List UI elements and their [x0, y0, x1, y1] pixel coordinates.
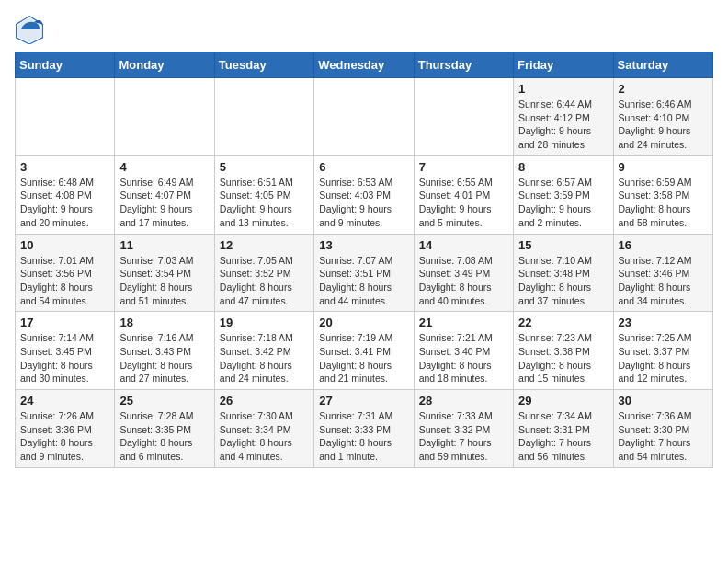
- day-number: 24: [20, 394, 109, 408]
- header-monday: Monday: [115, 52, 214, 78]
- day-number: 7: [419, 160, 508, 174]
- day-cell: [314, 78, 414, 156]
- day-info: Sunrise: 7:07 AM Sunset: 3:51 PM Dayligh…: [319, 254, 408, 308]
- day-cell: 18Sunrise: 7:16 AM Sunset: 3:43 PM Dayli…: [115, 312, 214, 390]
- day-info: Sunrise: 7:33 AM Sunset: 3:32 PM Dayligh…: [419, 409, 508, 464]
- day-cell: 11Sunrise: 7:03 AM Sunset: 3:54 PM Dayli…: [115, 234, 214, 312]
- day-number: 5: [220, 160, 309, 174]
- day-info: Sunrise: 7:05 AM Sunset: 3:52 PM Dayligh…: [220, 254, 309, 308]
- day-number: 1: [518, 82, 608, 96]
- day-info: Sunrise: 7:28 AM Sunset: 3:35 PM Dayligh…: [119, 409, 209, 464]
- header-sunday: Sunday: [16, 52, 115, 78]
- day-info: Sunrise: 6:44 AM Sunset: 4:12 PM Dayligh…: [518, 98, 608, 152]
- day-cell: 14Sunrise: 7:08 AM Sunset: 3:49 PM Dayli…: [414, 234, 513, 312]
- week-row-1: 1Sunrise: 6:44 AM Sunset: 4:12 PM Daylig…: [16, 78, 713, 156]
- day-info: Sunrise: 7:23 AM Sunset: 3:38 PM Dayligh…: [518, 331, 608, 385]
- calendar-table: SundayMondayTuesdayWednesdayThursdayFrid…: [15, 52, 713, 468]
- day-info: Sunrise: 6:46 AM Sunset: 4:10 PM Dayligh…: [619, 98, 708, 152]
- day-cell: 8Sunrise: 6:57 AM Sunset: 3:59 PM Daylig…: [514, 155, 613, 234]
- day-number: 16: [619, 238, 708, 252]
- day-cell: 17Sunrise: 7:14 AM Sunset: 3:45 PM Dayli…: [16, 312, 115, 390]
- day-cell: 3Sunrise: 6:48 AM Sunset: 4:08 PM Daylig…: [16, 155, 115, 234]
- day-info: Sunrise: 7:03 AM Sunset: 3:54 PM Dayligh…: [119, 254, 209, 308]
- day-info: Sunrise: 6:55 AM Sunset: 4:01 PM Dayligh…: [419, 176, 508, 230]
- day-cell: [214, 78, 313, 156]
- day-number: 14: [419, 238, 508, 252]
- day-info: Sunrise: 6:59 AM Sunset: 3:58 PM Dayligh…: [619, 176, 708, 230]
- day-cell: 13Sunrise: 7:07 AM Sunset: 3:51 PM Dayli…: [314, 234, 414, 312]
- day-number: 6: [319, 160, 408, 174]
- day-number: 12: [220, 238, 309, 252]
- day-number: 21: [419, 316, 508, 329]
- header-wednesday: Wednesday: [314, 52, 414, 78]
- day-info: Sunrise: 6:51 AM Sunset: 4:05 PM Dayligh…: [220, 176, 309, 230]
- day-cell: 19Sunrise: 7:18 AM Sunset: 3:42 PM Dayli…: [214, 312, 313, 390]
- day-cell: 5Sunrise: 6:51 AM Sunset: 4:05 PM Daylig…: [214, 155, 313, 234]
- day-number: 23: [619, 316, 708, 329]
- header-tuesday: Tuesday: [214, 52, 313, 78]
- day-cell: 30Sunrise: 7:36 AM Sunset: 3:30 PM Dayli…: [613, 390, 712, 468]
- week-row-5: 24Sunrise: 7:26 AM Sunset: 3:36 PM Dayli…: [16, 390, 713, 468]
- day-cell: 10Sunrise: 7:01 AM Sunset: 3:56 PM Dayli…: [16, 234, 115, 312]
- day-number: 9: [619, 160, 708, 174]
- day-cell: 26Sunrise: 7:30 AM Sunset: 3:34 PM Dayli…: [214, 390, 313, 468]
- day-info: Sunrise: 7:08 AM Sunset: 3:49 PM Dayligh…: [419, 254, 508, 308]
- day-cell: 23Sunrise: 7:25 AM Sunset: 3:37 PM Dayli…: [613, 312, 712, 390]
- day-number: 25: [119, 394, 209, 408]
- day-cell: 1Sunrise: 6:44 AM Sunset: 4:12 PM Daylig…: [514, 78, 613, 156]
- day-info: Sunrise: 6:57 AM Sunset: 3:59 PM Dayligh…: [518, 176, 608, 230]
- day-cell: [414, 78, 513, 156]
- day-cell: 20Sunrise: 7:19 AM Sunset: 3:41 PM Dayli…: [314, 312, 414, 390]
- day-cell: 9Sunrise: 6:59 AM Sunset: 3:58 PM Daylig…: [613, 155, 712, 234]
- day-number: 28: [419, 394, 508, 408]
- day-info: Sunrise: 6:48 AM Sunset: 4:08 PM Dayligh…: [20, 176, 109, 230]
- day-number: 11: [119, 238, 209, 252]
- day-cell: 6Sunrise: 6:53 AM Sunset: 4:03 PM Daylig…: [314, 155, 414, 234]
- day-cell: 4Sunrise: 6:49 AM Sunset: 4:07 PM Daylig…: [115, 155, 214, 234]
- day-number: 30: [619, 394, 708, 408]
- day-info: Sunrise: 7:21 AM Sunset: 3:40 PM Dayligh…: [419, 331, 508, 385]
- header-thursday: Thursday: [414, 52, 513, 78]
- day-info: Sunrise: 7:31 AM Sunset: 3:33 PM Dayligh…: [319, 409, 408, 464]
- day-cell: 15Sunrise: 7:10 AM Sunset: 3:48 PM Dayli…: [514, 234, 613, 312]
- day-info: Sunrise: 6:53 AM Sunset: 4:03 PM Dayligh…: [319, 176, 408, 230]
- header-friday: Friday: [514, 52, 613, 78]
- day-info: Sunrise: 7:19 AM Sunset: 3:41 PM Dayligh…: [319, 331, 408, 385]
- day-info: Sunrise: 7:36 AM Sunset: 3:30 PM Dayligh…: [619, 409, 708, 464]
- calendar-header-row: SundayMondayTuesdayWednesdayThursdayFrid…: [16, 52, 713, 78]
- week-row-4: 17Sunrise: 7:14 AM Sunset: 3:45 PM Dayli…: [16, 312, 713, 390]
- day-number: 4: [119, 160, 209, 174]
- week-row-2: 3Sunrise: 6:48 AM Sunset: 4:08 PM Daylig…: [16, 155, 713, 234]
- logo-icon: [15, 15, 44, 44]
- day-info: Sunrise: 7:12 AM Sunset: 3:46 PM Dayligh…: [619, 254, 708, 308]
- day-number: 10: [20, 238, 109, 252]
- day-number: 26: [220, 394, 309, 408]
- calendar-body: 1Sunrise: 6:44 AM Sunset: 4:12 PM Daylig…: [16, 78, 713, 468]
- day-number: 27: [319, 394, 408, 408]
- day-cell: 27Sunrise: 7:31 AM Sunset: 3:33 PM Dayli…: [314, 390, 414, 468]
- day-cell: [16, 78, 115, 156]
- day-number: 17: [20, 316, 109, 329]
- day-number: 8: [518, 160, 608, 174]
- day-cell: 25Sunrise: 7:28 AM Sunset: 3:35 PM Dayli…: [115, 390, 214, 468]
- week-row-3: 10Sunrise: 7:01 AM Sunset: 3:56 PM Dayli…: [16, 234, 713, 312]
- day-cell: 22Sunrise: 7:23 AM Sunset: 3:38 PM Dayli…: [514, 312, 613, 390]
- day-number: 19: [220, 316, 309, 329]
- day-number: 29: [518, 394, 608, 408]
- header-saturday: Saturday: [613, 52, 712, 78]
- day-info: Sunrise: 7:26 AM Sunset: 3:36 PM Dayligh…: [20, 409, 109, 464]
- page-header: [15, 15, 713, 44]
- day-info: Sunrise: 7:14 AM Sunset: 3:45 PM Dayligh…: [20, 331, 109, 385]
- day-number: 3: [20, 160, 109, 174]
- day-info: Sunrise: 7:10 AM Sunset: 3:48 PM Dayligh…: [518, 254, 608, 308]
- day-number: 22: [518, 316, 608, 329]
- day-info: Sunrise: 7:34 AM Sunset: 3:31 PM Dayligh…: [518, 409, 608, 464]
- day-cell: 24Sunrise: 7:26 AM Sunset: 3:36 PM Dayli…: [16, 390, 115, 468]
- day-cell: 12Sunrise: 7:05 AM Sunset: 3:52 PM Dayli…: [214, 234, 313, 312]
- day-number: 15: [518, 238, 608, 252]
- day-info: Sunrise: 7:16 AM Sunset: 3:43 PM Dayligh…: [119, 331, 209, 385]
- day-info: Sunrise: 6:49 AM Sunset: 4:07 PM Dayligh…: [119, 176, 209, 230]
- day-info: Sunrise: 7:30 AM Sunset: 3:34 PM Dayligh…: [220, 409, 309, 464]
- day-cell: 29Sunrise: 7:34 AM Sunset: 3:31 PM Dayli…: [514, 390, 613, 468]
- day-cell: 28Sunrise: 7:33 AM Sunset: 3:32 PM Dayli…: [414, 390, 513, 468]
